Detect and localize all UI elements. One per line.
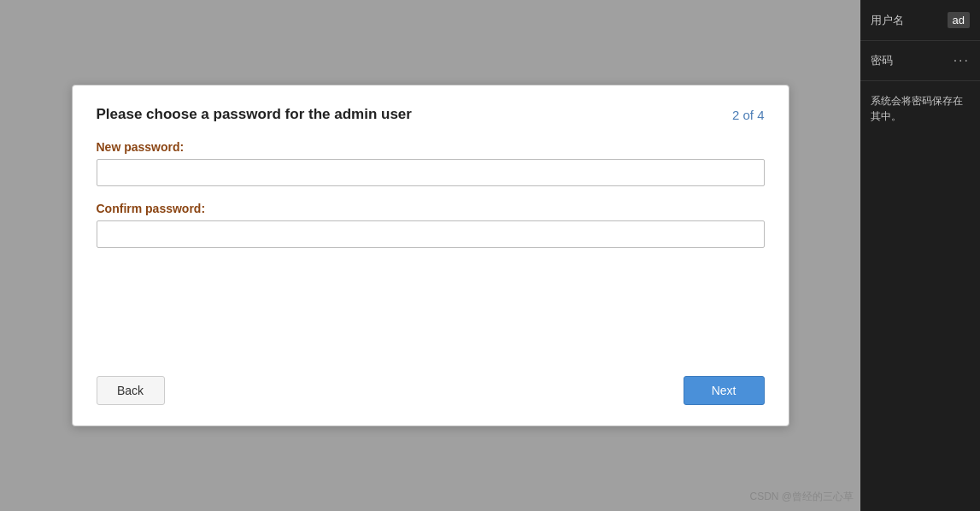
right-panel-note: 系统会将密码保存在其中。: [860, 81, 980, 136]
back-button[interactable]: Back: [97, 376, 165, 405]
username-label: 用户名: [871, 13, 948, 28]
next-button[interactable]: Next: [684, 376, 765, 405]
dialog-footer: Back Next: [97, 362, 765, 405]
password-label: 密码: [871, 53, 954, 68]
dialog-area: Please choose a password for the admin u…: [0, 0, 860, 511]
password-value: ···: [954, 53, 970, 68]
confirm-password-input[interactable]: [97, 220, 765, 248]
dialog-step: 2 of 4: [732, 108, 765, 122]
confirm-password-label: Confirm password:: [97, 202, 765, 215]
dialog-title: Please choose a password for the admin u…: [97, 106, 412, 123]
dialog-body: New password: Confirm password:: [97, 140, 765, 342]
watermark: CSDN @曾经的三心草: [749, 490, 854, 504]
right-panel: 用户名 ad 密码 ··· 系统会将密码保存在其中。: [860, 0, 980, 511]
new-password-input[interactable]: [97, 159, 765, 186]
dialog-header: Please choose a password for the admin u…: [97, 106, 765, 123]
new-password-label: New password:: [97, 140, 765, 154]
username-value: ad: [948, 12, 970, 28]
dialog: Please choose a password for the admin u…: [72, 85, 789, 426]
password-row: 密码 ···: [860, 41, 980, 81]
username-row: 用户名 ad: [860, 0, 980, 41]
